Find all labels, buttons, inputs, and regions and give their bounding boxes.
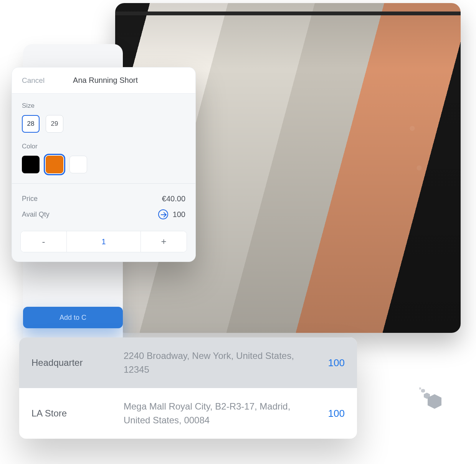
add-to-cart-button[interactable]: Add to C bbox=[23, 307, 123, 328]
price-label: Price bbox=[22, 195, 38, 203]
color-section: Color bbox=[12, 141, 195, 182]
size-option-29[interactable]: 29 bbox=[46, 115, 63, 133]
locations-list: Headquarter 2240 Broadway, New York, Uni… bbox=[19, 337, 357, 439]
size-label: Size bbox=[22, 102, 185, 110]
svg-marker-3 bbox=[419, 387, 421, 390]
avail-row: Avail Qty 100 bbox=[22, 206, 185, 222]
location-name: Headquarter bbox=[31, 357, 120, 368]
qty-decrement-button[interactable]: - bbox=[21, 231, 67, 252]
pricing-section: Price €40.00 Avail Qty 100 bbox=[12, 184, 195, 231]
price-row: Price €40.00 bbox=[22, 191, 185, 206]
product-card: Cancel Ana Running Short Size 28 29 Colo… bbox=[12, 67, 196, 262]
quantity-stepper: - 1 + bbox=[20, 231, 187, 252]
size-options: 28 29 bbox=[22, 115, 185, 133]
transfer-icon[interactable] bbox=[158, 209, 168, 219]
avail-label: Avail Qty bbox=[22, 211, 50, 219]
location-address: 2240 Broadway, New York, United States, … bbox=[124, 349, 295, 377]
color-swatch-orange[interactable] bbox=[46, 156, 63, 173]
avail-value: 100 bbox=[173, 210, 185, 219]
add-to-cart-label: Add to C bbox=[60, 314, 86, 322]
location-qty: 100 bbox=[299, 408, 345, 420]
location-qty: 100 bbox=[299, 357, 345, 369]
color-swatch-white[interactable] bbox=[69, 156, 87, 173]
qty-increment-button[interactable]: + bbox=[140, 231, 187, 252]
location-row[interactable]: LA Store Mega Mall Royal City, B2-R3-17,… bbox=[19, 388, 357, 439]
size-option-28[interactable]: 28 bbox=[22, 115, 40, 133]
qty-value: 1 bbox=[67, 231, 140, 252]
color-swatch-black[interactable] bbox=[22, 156, 40, 173]
color-label: Color bbox=[22, 143, 185, 150]
color-options bbox=[22, 156, 185, 173]
svg-marker-2 bbox=[421, 389, 425, 393]
product-card-header: Cancel Ana Running Short bbox=[12, 67, 195, 94]
brand-cube-icon bbox=[419, 387, 446, 410]
location-address: Mega Mall Royal City, B2-R3-17, Madrid, … bbox=[124, 400, 295, 427]
location-name: LA Store bbox=[31, 408, 120, 419]
product-title: Ana Running Short bbox=[25, 76, 185, 85]
location-row[interactable]: Headquarter 2240 Broadway, New York, Uni… bbox=[19, 337, 357, 388]
price-value: €40.00 bbox=[162, 194, 185, 203]
size-section: Size 28 29 bbox=[12, 94, 195, 141]
